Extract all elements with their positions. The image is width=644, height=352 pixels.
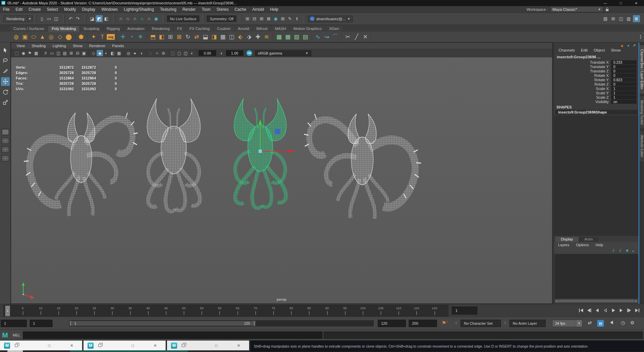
channel-box-menu-item[interactable]: Channels [556,48,577,52]
select-camera-button[interactable]: ⬚ [14,50,20,56]
channel-box-menu-item[interactable]: Show [609,48,623,52]
use-default-material-button[interactable]: ◧ [109,50,116,56]
camera-attributes-button[interactable]: ◉ [20,50,27,56]
wireframe-button[interactable]: ◇ [90,50,97,56]
animation-start-field[interactable]: 1 [1,320,27,327]
toggle-outliner-button[interactable]: ▤ [602,15,609,22]
animation-end-field[interactable]: 200 [409,320,437,327]
fps-selector[interactable]: 24 fps ▼ [552,320,582,327]
triangulate-button[interactable]: ⬗ [245,33,253,41]
move-layer-down-icon[interactable]: ⇩ [619,249,622,253]
menu-item[interactable]: Display [79,6,98,13]
shelf-tab[interactable]: Animation [124,26,148,32]
pane-outliner-layout-button[interactable] [1,146,9,153]
x-ray-button[interactable]: ▢ [176,50,182,56]
wireframe-on-shaded-button[interactable]: ▦ [116,50,122,56]
maya-floating-window-1[interactable]: M □ ✕ [0,341,82,350]
grid-button[interactable]: # [42,50,49,56]
shelf-tab[interactable]: Motion Graphics [290,26,325,32]
sweep-mesh-button[interactable]: ✦ [89,33,98,41]
menu-item[interactable]: File [0,6,12,13]
range-end-handle[interactable] [253,321,256,326]
svg-tool-button[interactable]: svg [107,34,115,40]
all-lights-button[interactable]: ◎ [125,50,132,56]
attribute-value-field[interactable]: on [611,100,637,104]
remesh-button[interactable]: ▤ [301,33,310,41]
step-back-key-button[interactable] [585,306,593,315]
shelf-tab[interactable]: Poly Modeling [48,26,79,32]
boolean-union-button[interactable]: ▦ [218,33,227,41]
menu-item[interactable]: Modify [61,6,79,13]
paint-effects-button[interactable]: ✎ [286,15,293,22]
exposure-field[interactable]: 0.00 [199,50,216,56]
playback-start-field[interactable]: 1 [30,320,53,327]
channel-stats-icon[interactable]: ▲ [620,43,624,48]
toggle-tool-settings-button[interactable]: ◫ [617,15,624,22]
minimize-button[interactable]: — [598,0,613,6]
wireframe-model-4[interactable] [304,114,421,219]
shelf-tab[interactable]: XGen [326,26,342,32]
move-tool[interactable] [1,77,10,86]
playback-range[interactable]: 1 120 [70,321,254,326]
poly-torus-button[interactable]: ◎ [47,33,56,41]
shelf-tab[interactable]: Rendering [148,26,173,32]
smooth-shade-button[interactable]: ◈ [97,50,103,56]
range-slider[interactable]: 1 120 [69,320,374,326]
attribute-value-field[interactable]: 0 [611,69,637,73]
workspace-selector[interactable]: Maya Classic* ▼ [550,6,603,12]
shadows-button[interactable]: ◑ [138,50,144,56]
field-chart-button[interactable]: ⊞ [68,50,74,56]
shelf-tab[interactable]: Bifrost [253,26,271,32]
select-by-component-button[interactable]: ◧ [103,15,110,22]
lasso-tool[interactable] [1,56,10,65]
poly-sphere-button[interactable]: ◍ [12,33,21,41]
range-start-handle[interactable] [69,321,72,326]
live-surface-field[interactable]: No Live Surface [167,15,199,22]
selected-object-name[interactable]: insecto9:Group23696 ... [557,55,601,59]
layer-editor-tab[interactable]: Display [555,237,578,242]
attribute-value-field[interactable]: 0 [611,65,637,69]
isolate-select-button[interactable]: ⬚ [170,50,176,56]
scene-canvas[interactable] [11,57,552,303]
channel-box-menu-item[interactable]: Object [591,48,607,52]
layer-editor-scrollbar[interactable]: ◀▶ [555,299,638,303]
panel-menu-item[interactable]: Show [69,44,86,48]
menu-item[interactable]: Windows [98,6,121,13]
shelf-tab[interactable]: Sculpting [80,26,103,32]
shelf-tab[interactable]: FX Caching [186,26,213,32]
append-polygon-button[interactable]: ⊞ [166,33,175,41]
attribute-value-field[interactable]: 0.823 [611,78,637,82]
pause-button[interactable]: ‖ [293,15,300,22]
loop-mode-icon[interactable]: ⇄ [588,320,592,325]
hypershade-button[interactable]: ◉ [272,15,279,22]
cached-playback-toggle[interactable]: ▤ [597,320,604,327]
render-sequence-button[interactable]: ⊠ [265,15,272,22]
bookmarks-button[interactable]: ⚑ [27,50,33,56]
attribute-value-field[interactable]: 1 [611,91,637,95]
separate-button[interactable]: ⬓ [201,33,210,41]
type-tool-button[interactable]: T [98,33,107,41]
close-button[interactable]: ✕ [629,0,644,6]
connect-components-button[interactable]: ▩ [275,33,283,41]
snap-to-point-button[interactable]: ∩ [131,15,138,22]
textured-button[interactable]: ◐ [103,50,109,56]
multi-cut-button[interactable]: ✛ [118,33,127,41]
wireframe-model-2[interactable] [147,98,200,212]
panel-menu-item[interactable]: Panels [109,44,127,48]
menu-item[interactable]: Cache [232,6,249,13]
quadrangulate-button[interactable]: ✚ [253,33,262,41]
single-pane-layout-button[interactable] [1,129,9,135]
select-tool[interactable] [1,46,10,55]
motion-blur-button[interactable]: ≈ [154,50,160,56]
channel-box-menu-item[interactable]: Edit [579,48,590,52]
center-handle[interactable] [259,150,262,153]
resolution-gate-button[interactable]: ◫ [55,50,62,56]
safe-title-button[interactable]: ▣ [81,50,87,56]
ipr-render-button[interactable]: ⊞ [258,15,265,22]
open-scene-button[interactable]: ▭ [45,15,53,22]
image-plane-button[interactable]: ▦ [33,50,39,56]
snap-to-curve-button[interactable]: ∩ [124,15,131,22]
close-icon[interactable]: ✕ [70,343,73,348]
maximize-icon[interactable]: □ [132,343,134,348]
extrude-button[interactable]: ⬒ [148,33,157,41]
